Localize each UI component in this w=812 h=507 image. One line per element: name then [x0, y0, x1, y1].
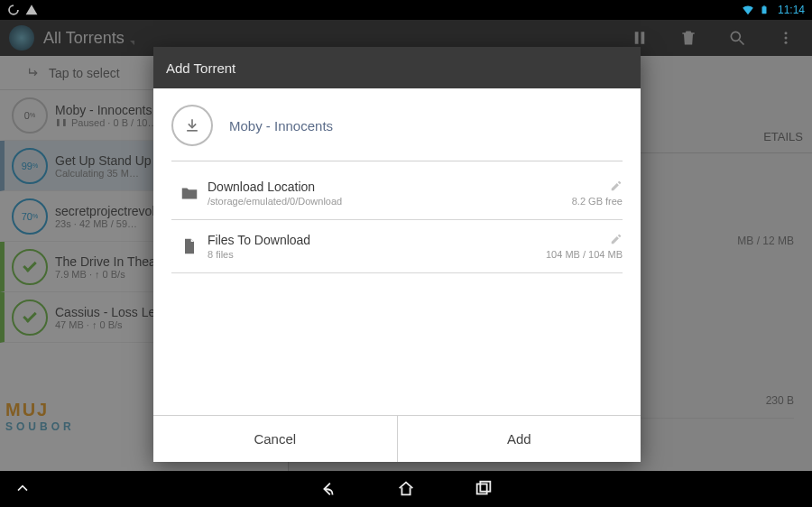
edit-icon [610, 180, 623, 192]
download-location-label: Download Location [208, 180, 572, 194]
download-circle-icon [171, 105, 213, 146]
free-space: 8.2 GB free [572, 196, 623, 207]
svg-rect-9 [477, 484, 487, 494]
add-torrent-dialog: Add Torrent Moby - Innocents Download Lo… [153, 47, 641, 462]
battery-icon [760, 4, 772, 16]
folder-icon [171, 183, 208, 203]
files-size: 104 MB / 104 MB [546, 249, 623, 260]
file-icon [171, 236, 208, 256]
edit-icon [610, 233, 623, 245]
android-status-bar: 11:14 [0, 0, 812, 20]
nav-expand-icon[interactable] [13, 479, 32, 499]
files-count: 8 files [208, 249, 546, 260]
download-location-row[interactable]: Download Location /storage/emulated/0/Do… [171, 167, 623, 220]
download-location-path: /storage/emulated/0/Download [208, 196, 572, 207]
files-to-download-row[interactable]: Files To Download 8 files 104 MB / 104 M… [171, 220, 623, 273]
svg-rect-10 [480, 482, 490, 492]
svg-rect-0 [761, 6, 766, 14]
dialog-torrent-name: Moby - Innocents [229, 118, 333, 134]
android-nav-bar [0, 471, 812, 507]
back-button[interactable] [318, 479, 338, 499]
files-label: Files To Download [208, 233, 546, 247]
home-button[interactable] [396, 479, 416, 499]
warning-icon [25, 4, 38, 16]
cancel-button[interactable]: Cancel [153, 416, 397, 462]
recents-button[interactable] [474, 479, 494, 499]
add-button[interactable]: Add [397, 416, 641, 462]
wifi-icon [742, 4, 754, 16]
sync-icon [7, 4, 20, 16]
svg-rect-1 [763, 5, 766, 6]
dialog-title: Add Torrent [153, 47, 641, 88]
status-clock: 11:14 [778, 4, 805, 16]
